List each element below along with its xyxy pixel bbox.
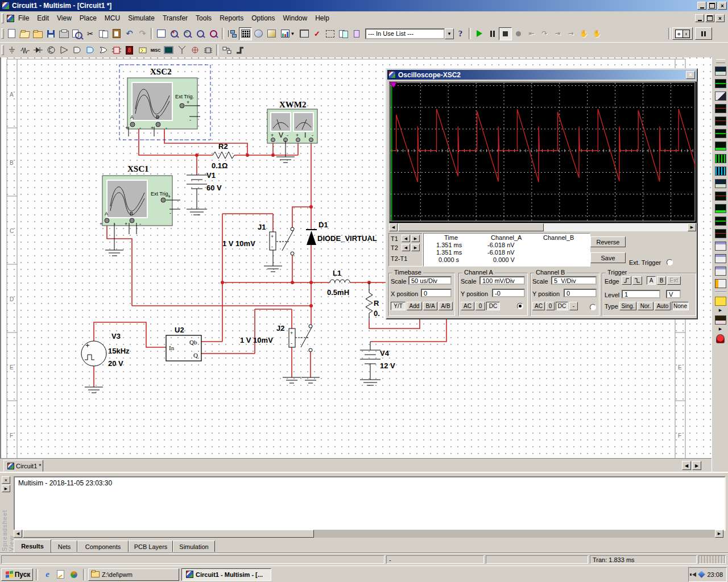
toolbar-grip-2[interactable]	[1, 45, 4, 55]
place-ttl-button[interactable]	[71, 44, 84, 57]
menu-grip[interactable]	[1, 13, 4, 23]
place-indicator-button[interactable]: 8	[123, 44, 136, 57]
postprocessor-button[interactable]	[297, 27, 311, 40]
ext-trigger-radio[interactable]	[667, 259, 673, 265]
design-toolbox-button[interactable]	[226, 27, 239, 40]
save-button[interactable]	[44, 27, 57, 40]
run-to-cursor-button[interactable]: →	[564, 27, 577, 40]
channel-b-dc-button[interactable]: DC	[556, 302, 568, 310]
t1-right-button[interactable]: ▶	[411, 235, 420, 242]
oscilloscope-window[interactable]: Oscilloscope-XSC2 × ◀ ▶ T1 ◀ ▶ T2 ◀ ▶ T2…	[386, 68, 698, 319]
place-rf-button[interactable]	[175, 44, 188, 57]
cut-button[interactable]: ✂	[84, 27, 97, 40]
channel-b-radio[interactable]	[590, 304, 596, 310]
ab-mode-button[interactable]: A/B	[439, 302, 453, 310]
forward-annotate-button[interactable]	[350, 27, 363, 40]
frequency-counter-button[interactable]	[714, 140, 727, 152]
t2-left-button[interactable]: ◀	[402, 244, 410, 251]
hierarchical-block-button[interactable]	[220, 44, 233, 57]
t2-right-button[interactable]: ▶	[411, 244, 420, 251]
results-log[interactable]: Multisim - 2018-11-05 23:03:30	[14, 476, 726, 531]
menu-tools[interactable]: Tools	[192, 13, 216, 24]
zoom-area-button[interactable]	[194, 27, 207, 40]
measurement-probe-button[interactable]	[714, 295, 727, 307]
zoom-out-button[interactable]: −	[181, 27, 194, 40]
wattmeter-button[interactable]	[714, 90, 727, 102]
trigger-level-unit[interactable]	[666, 290, 681, 298]
timebase-scale-input[interactable]	[408, 276, 452, 285]
current-probe-button[interactable]	[714, 332, 727, 344]
channel-b-ac-button[interactable]: AC	[532, 302, 545, 310]
channel-b-minus-button[interactable]: -	[569, 302, 578, 310]
place-cmos-button[interactable]	[84, 44, 97, 57]
component-v1[interactable]: V1 60 V	[187, 171, 222, 192]
full-screen-button[interactable]	[155, 27, 168, 40]
menu-window[interactable]: Window	[279, 13, 312, 24]
zoom-in-button[interactable]: +	[168, 27, 181, 40]
tektronix-oscilloscope-button[interactable]	[714, 277, 727, 289]
component-j2[interactable]: + - J2 1 V 10mV	[240, 324, 312, 352]
component-xsc2[interactable]: XSC2 Ext Trig. + - A B + - + -	[119, 65, 210, 140]
pause-button[interactable]	[486, 27, 499, 40]
pause-switch[interactable]	[695, 27, 712, 40]
trigger-none-button[interactable]: None	[672, 302, 689, 310]
menu-reports[interactable]: Reports	[216, 13, 247, 24]
place-basic-button[interactable]	[18, 44, 31, 57]
tab-scroll-right-button[interactable]: ▶	[692, 461, 701, 470]
scope-scroll-thumb[interactable]	[398, 223, 544, 231]
component-v3[interactable]: + V3 15kHz 20 V	[81, 332, 130, 368]
oscilloscope-button[interactable]	[714, 102, 727, 114]
print-button[interactable]	[57, 27, 71, 40]
log-scroll-thumb[interactable]	[23, 530, 314, 538]
function-generator-button[interactable]	[714, 77, 727, 89]
component-v4[interactable]: V4 12 V	[360, 349, 395, 370]
yt-mode-button[interactable]: Y/T	[391, 302, 406, 310]
pause-at-next-button[interactable]: ✋	[577, 27, 590, 40]
menu-simulate[interactable]: Simulate	[124, 13, 159, 24]
channel-a-radio[interactable]	[517, 303, 523, 309]
agilent-multimeter-button[interactable]	[714, 252, 727, 264]
copy-button[interactable]	[97, 27, 110, 40]
place-advanced-peripherals-button[interactable]	[162, 44, 175, 57]
logic-analyzer-button[interactable]	[714, 165, 727, 177]
channel-a-ac-button[interactable]: AC	[461, 302, 474, 310]
start-button[interactable]: Пуск	[1, 568, 33, 581]
spreadsheet-view-button[interactable]	[239, 27, 252, 40]
tab-results[interactable]: Results	[14, 539, 51, 552]
task-folder-window[interactable]: Z:\del\pwm	[88, 568, 179, 581]
component-r2[interactable]: R2 0.1Ω	[212, 142, 234, 170]
scope-scroll-right-button[interactable]: ▶	[688, 223, 696, 231]
undo-button[interactable]: ↶	[123, 27, 136, 40]
help-button[interactable]: ?	[454, 27, 467, 40]
menu-place[interactable]: Place	[76, 13, 101, 24]
menu-edit[interactable]: Edit	[33, 13, 53, 24]
tab-nets[interactable]: Nets	[51, 541, 77, 552]
component-r-load[interactable]: R 0.	[366, 282, 380, 321]
place-diode-button[interactable]	[31, 44, 44, 57]
channel-b-0-button[interactable]: 0	[546, 302, 555, 310]
component-d1[interactable]: D1 DIODE_VIRTUAL	[306, 221, 377, 245]
grapher-dropdown-icon[interactable]: ▼	[291, 31, 295, 36]
place-mixed-button[interactable]	[110, 44, 123, 57]
tab-pcb-layers[interactable]: PCB Layers	[129, 541, 173, 552]
log-scroll-left-button[interactable]: ◀	[14, 530, 22, 538]
open-sample-button[interactable]	[31, 27, 44, 40]
reverse-button[interactable]: Reverse	[590, 236, 626, 247]
agilent-function-generator-button[interactable]	[714, 240, 727, 252]
run-stop-switch[interactable]: oı	[672, 27, 693, 40]
multimeter-button[interactable]	[714, 65, 727, 77]
quicklaunch-ie-button[interactable]: e	[41, 568, 54, 581]
minimize-button[interactable]	[697, 2, 706, 10]
window-titlebar[interactable]: Circuit1 - Multisim - [Circuit1 *] ×	[0, 0, 728, 11]
document-tab-circuit1[interactable]: Circuit1 *	[3, 460, 43, 472]
component-u2[interactable]: In Qb Q U2	[166, 326, 201, 361]
log-scroll-right-button[interactable]: ▶	[715, 530, 723, 538]
place-power-button[interactable]	[136, 44, 149, 57]
iv-analyzer-button[interactable]	[714, 190, 727, 202]
mdi-close-button[interactable]: ×	[715, 14, 725, 22]
place-bus-button[interactable]	[233, 44, 246, 57]
place-analog-button[interactable]	[57, 44, 71, 57]
step-over-button[interactable]: ↷	[538, 27, 551, 40]
tab-scroll-left-button[interactable]: ◀	[682, 461, 691, 470]
t1-cursor-marker[interactable]	[390, 82, 397, 88]
